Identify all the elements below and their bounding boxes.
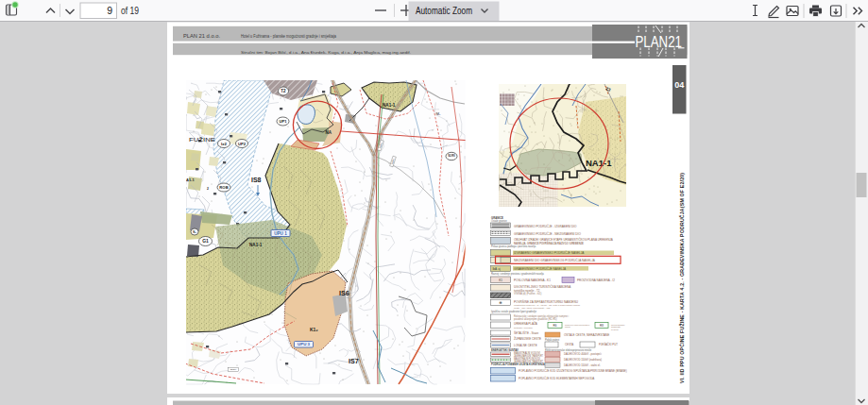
svg-text:K1: K1 [499, 278, 502, 282]
svg-text:IS7: IS7 [349, 357, 359, 365]
svg-text:turističko naselje - T2: turističko naselje - T2 [514, 289, 540, 293]
svg-text:PLAN21: PLAN21 [636, 33, 683, 51]
svg-text:Prikaz granica podloga i površ: Prikaz granica podloga i površina naselj… [491, 245, 536, 248]
svg-text:UPU 3: UPU 3 [298, 342, 310, 346]
svg-text:LOKALNE CESTE: LOKALNE CESTE [514, 344, 537, 347]
svg-text:PJEŠAČKI PUT: PJEŠAČKI PUT [599, 342, 618, 346]
svg-text:ŽUPANIJSKE CESTE: ŽUPANIJSKE CESTE [514, 336, 541, 341]
svg-text:OSTALE CESTE, NERAZVRSTANE: OSTALE CESTE, NERAZVRSTANE [564, 333, 609, 337]
svg-text:S2.R0: S2.R0 [448, 154, 455, 158]
svg-text:Elektroenergetske elektroprije: Elektroenergetske elektroprijenosne mrež… [545, 348, 592, 352]
svg-text:04: 04 [674, 80, 684, 90]
svg-text:IbA .sj: IbA .sj [493, 267, 502, 271]
svg-text:Igrališta i ostale građevine š: Igrališta i ostale građevine šport građe… [491, 310, 536, 313]
svg-text:IS8: IS8 [251, 177, 262, 183]
svg-text:IZGRAĐENO GRAĐEVINSKO PODRUČJE: IZGRAĐENO GRAĐEVINSKO PODRUČJE NASELJA [514, 250, 585, 255]
svg-text:T2: T2 [281, 89, 286, 93]
svg-text:G1: G1 [202, 238, 209, 244]
svg-text:GRAĐEVINSKO PODRUČJE - NEIZGRA: GRAĐEVINSKO PODRUČJE - NEIZGRAĐENI DIO [514, 231, 581, 236]
svg-text:ZA MEĐUNARODNI TRANSPORT: ZA MEĐUNARODNI TRANSPORT [514, 360, 543, 363]
svg-text:NA1-1: NA1-1 [249, 243, 263, 247]
svg-text:UREĐENA PLAŽA: UREĐENA PLAŽA [514, 321, 537, 326]
svg-text:POPLAVNO PODRUČJE KOD ELEMENTA: POPLAVNO PODRUČJE KOD ELEMENTARNIH NEPOG… [519, 376, 594, 380]
svg-text:Automatic Zoom: Automatic Zoom [416, 5, 472, 16]
svg-text:DALEKOVOD 110kV (zadržava): DALEKOVOD 110kV (zadržava) [564, 358, 602, 362]
svg-text:DALEKOVOD 110kV - stalni el.: DALEKOVOD 110kV - stalni el. [564, 363, 601, 367]
svg-text:Poljski putevi: Poljski putevi [545, 338, 560, 342]
svg-text:Razvoj i uređenje prostora i g: Razvoj i uređenje prostora i građevinski… [491, 272, 544, 276]
svg-text:iz javni: iz javni [611, 329, 619, 331]
svg-text:Ostale granice: Ostale granice [491, 219, 507, 223]
svg-text:GRAĐEVINSKO PODRUČJE NASELJA: GRAĐEVINSKO PODRUČJE NASELJA [514, 266, 567, 271]
svg-text:PROIZVODNA NAMJENA - I2: PROIZVODNA NAMJENA - I2 [577, 278, 615, 282]
svg-text:110kV: 110kV [230, 368, 237, 371]
svg-text:VISINA (d) (Fužine - t01): VISINA (d) (Fužine - t01) [514, 292, 542, 295]
svg-text:of 19: of 19 [121, 5, 139, 16]
svg-text:9: 9 [107, 5, 112, 16]
svg-text:2: 2 [207, 187, 209, 191]
svg-text:⊕: ⊕ [499, 300, 502, 305]
svg-text:R6: R6 [553, 324, 557, 328]
svg-text:NA1-1: NA1-1 [383, 103, 396, 108]
svg-text:Stručni tim: Bojan Bilić, d.i.: Stručni tim: Bojan Bilić, d.i.a., Ana Đu… [241, 50, 411, 55]
svg-text:POVRŠINE ZA INFRASTRUKTURNU NA: POVRŠINE ZA INFRASTRUKTURNU NAMJENU [514, 299, 578, 304]
svg-text:Iz2: Iz2 [221, 142, 227, 146]
svg-text:ŠETALIŠTE - Staze: ŠETALIŠTE - Staze [514, 330, 539, 335]
svg-text:NA: NA [326, 130, 332, 135]
svg-text:VI. IID PPU OPĆINE FUŽINE - KA: VI. IID PPU OPĆINE FUŽINE - KARTA 4.2. -… [678, 173, 685, 383]
svg-text:OBUHVAT IZRADE/ GRANICE ETAPE: OBUHVAT IZRADE/ GRANICE ETAPE URBANISTIČ… [514, 237, 613, 242]
svg-text:M₂: M₂ [436, 112, 441, 116]
svg-text:POPLAVNO PODRUČJE KOD IZUZETNO: POPLAVNO PODRUČJE KOD IZUZETNOG ISPUŠTAN… [519, 368, 627, 373]
svg-text:CESTA: CESTA [565, 343, 573, 346]
svg-text:UP2: UP2 [238, 142, 247, 146]
svg-text:šetalište i kupanje: šetalište i kupanje [514, 327, 533, 329]
svg-text:mora: mora [565, 326, 570, 329]
svg-text:DALEKOVOD 400kV - postojeći: DALEKOVOD 400kV - postojeći [564, 352, 602, 356]
svg-text:UP1: UP1 [279, 119, 287, 124]
svg-text:NEIZGRAĐENI DIO GRAĐEVINSKOG P: NEIZGRAĐENI DIO GRAĐEVINSKOG PODRUČJA NA… [514, 258, 596, 262]
svg-text:Hotel u Fužinama - planske mog: Hotel u Fužinama - planske mogućnosti gr… [241, 34, 336, 39]
svg-text:ceste - IS1 i ISča "čopornost": ceste - IS1 i ISča "čopornost" - IS5 [514, 307, 551, 310]
svg-text:posebno uklonjenjem gradilište: posebno uklonjenjem gradilište (R2-R5) [514, 317, 557, 321]
svg-text:PLAN 21 d.o.o.: PLAN 21 d.o.o. [183, 34, 220, 39]
svg-text:GRAĐEVINSKO PODRUČJE - IZGRAĐE: GRAĐEVINSKO PODRUČJE - IZGRAĐENI DIO [514, 224, 577, 228]
svg-text:POSLOVNA NAMJENA - K1: POSLOVNA NAMJENA - K1 [514, 278, 551, 282]
svg-text:A1-1: A1-1 [186, 177, 195, 182]
svg-text:IS6: IS6 [339, 289, 349, 297]
svg-text:UPU 1: UPU 1 [274, 231, 287, 236]
svg-text:K1₂: K1₂ [310, 327, 318, 332]
svg-text:NA1-1: NA1-1 [586, 158, 612, 168]
svg-text:R8: R8 [600, 324, 604, 328]
svg-text:ROB: ROB [219, 185, 228, 190]
svg-text:FUŽINE: FUŽINE [189, 136, 215, 143]
